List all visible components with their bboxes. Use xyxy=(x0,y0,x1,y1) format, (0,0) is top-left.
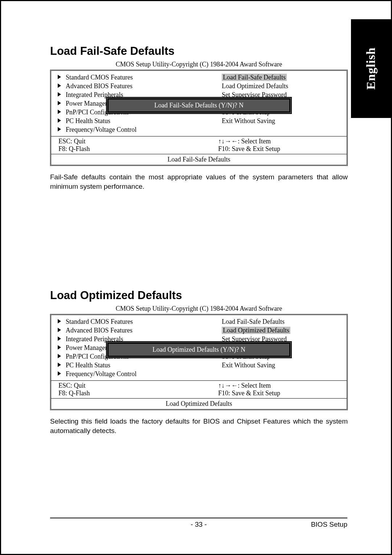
menu-item[interactable]: PC Health Status xyxy=(66,361,207,370)
content-area: Load Fail-Safe Defaults CMOS Setup Utili… xyxy=(50,45,348,436)
section-description: Selecting this field loads the factory d… xyxy=(50,417,348,435)
page: English Load Fail-Safe Defaults CMOS Set… xyxy=(0,0,392,555)
menu-label: Set Supervisor Password xyxy=(222,91,287,98)
menu-label: Load Fail-Safe Defaults xyxy=(222,74,287,81)
page-footer: - 33 - BIOS Setup xyxy=(50,518,347,529)
menu-label: Frequency/Voltage Control xyxy=(66,370,136,378)
menu-item[interactable]: Load Fail-Safe Defaults xyxy=(222,317,347,326)
section-heading-optimized: Load Optimized Defaults xyxy=(50,289,348,302)
menu-label: Frequency/Voltage Control xyxy=(66,126,136,133)
menu-item[interactable]: Load Optimized Defaults xyxy=(222,82,347,90)
chevron-right-icon xyxy=(58,127,61,131)
menu-label: Load Optimized Defaults xyxy=(222,327,290,334)
menu-item[interactable]: Integrated Peripherals xyxy=(66,335,207,343)
menu-label: PC Health Status xyxy=(66,362,110,369)
key-hint-f10: F10: Save & Exit Setup xyxy=(218,145,347,153)
menu-label: Load Fail-Safe Defaults xyxy=(222,318,285,325)
key-hint-f8: F8: Q-Flash xyxy=(58,389,207,397)
menu-item[interactable]: Advanced BIOS Features xyxy=(66,82,207,90)
bios-footer-text: Load Optimized Defaults xyxy=(51,398,347,409)
bios-box-failsafe: Standard CMOS Features Advanced BIOS Fea… xyxy=(50,70,348,166)
menu-item[interactable]: Exit Without Saving xyxy=(222,117,347,125)
chevron-right-icon xyxy=(58,92,61,97)
menu-label: Load Optimized Defaults xyxy=(222,82,288,90)
menu-item[interactable]: Set Supervisor Password xyxy=(222,90,347,99)
chevron-right-icon xyxy=(58,345,61,350)
menu-label: Advanced BIOS Features xyxy=(66,82,132,90)
chevron-right-icon xyxy=(58,83,61,88)
key-hint-select: ↑↓→←: Select Item xyxy=(218,138,347,145)
chevron-right-icon xyxy=(58,354,61,358)
page-number: - 33 - xyxy=(123,521,275,529)
confirm-dialog[interactable]: Load Optimized Defaults (Y/N)? N xyxy=(107,343,290,357)
bios-caption: CMOS Setup Utility-Copyright (C) 1984-20… xyxy=(50,305,348,313)
section-description: Fail-Safe defaults contain the most appr… xyxy=(50,172,348,191)
menu-item[interactable]: PC Health Status xyxy=(66,117,207,125)
menu-label: Integrated Peripherals xyxy=(66,335,123,343)
menu-label: Exit Without Saving xyxy=(222,362,275,369)
menu-label: Standard CMOS Features xyxy=(66,74,133,81)
menu-item-highlighted[interactable]: Load Fail-Safe Defaults xyxy=(222,73,347,82)
key-hint-f10: F10: Save & Exit Setup xyxy=(218,389,347,397)
keys-bar: ESC: Quit F8: Q-Flash ↑↓→←: Select Item … xyxy=(51,380,347,398)
page-footer-label: BIOS Setup xyxy=(275,521,347,529)
menu-label: Exit Without Saving xyxy=(222,117,275,125)
menu-label: Advanced BIOS Features xyxy=(66,327,132,334)
chevron-right-icon xyxy=(58,118,61,123)
menu-item[interactable]: Advanced BIOS Features xyxy=(66,326,207,335)
chevron-right-icon xyxy=(58,319,61,323)
menu-item[interactable]: Frequency/Voltage Control xyxy=(66,370,207,378)
menu-item[interactable]: Set Supervisor Password xyxy=(222,335,347,343)
key-hint-esc: ESC: Quit xyxy=(58,138,207,145)
menu-item[interactable]: Integrated Peripherals xyxy=(66,90,207,99)
language-tab: English xyxy=(351,19,391,118)
bios-box-optimized: Standard CMOS Features Advanced BIOS Fea… xyxy=(50,314,348,410)
key-hint-select: ↑↓→←: Select Item xyxy=(218,382,347,389)
keys-bar: ESC: Quit F8: Q-Flash ↑↓→←: Select Item … xyxy=(51,136,347,154)
bios-caption: CMOS Setup Utility-Copyright (C) 1984-20… xyxy=(50,61,348,68)
menu-item-highlighted[interactable]: Load Optimized Defaults xyxy=(222,326,347,335)
menu-item[interactable]: Frequency/Voltage Control xyxy=(66,125,207,134)
menu-label: Integrated Peripherals xyxy=(66,91,123,98)
menu-item[interactable]: Standard CMOS Features xyxy=(66,317,207,326)
chevron-right-icon xyxy=(58,371,61,376)
chevron-right-icon xyxy=(58,336,61,341)
menu-label: PC Health Status xyxy=(66,117,110,125)
chevron-right-icon xyxy=(58,328,61,332)
menu-label: Set Supervisor Password xyxy=(222,335,287,343)
chevron-right-icon xyxy=(58,110,61,114)
menu-item[interactable]: Standard CMOS Features xyxy=(66,73,207,82)
confirm-dialog[interactable]: Load Fail-Safe Defaults (Y/N)? N xyxy=(107,98,290,113)
menu-item[interactable]: Exit Without Saving xyxy=(222,361,347,370)
chevron-right-icon xyxy=(58,101,61,105)
menu-label: Standard CMOS Features xyxy=(66,318,133,325)
section-heading-failsafe: Load Fail-Safe Defaults xyxy=(50,45,348,58)
key-hint-esc: ESC: Quit xyxy=(58,382,207,389)
chevron-right-icon xyxy=(58,363,61,367)
bios-footer-text: Load Fail-Safe Defaults xyxy=(51,154,347,165)
key-hint-f8: F8: Q-Flash xyxy=(58,145,207,153)
chevron-right-icon xyxy=(58,75,61,79)
